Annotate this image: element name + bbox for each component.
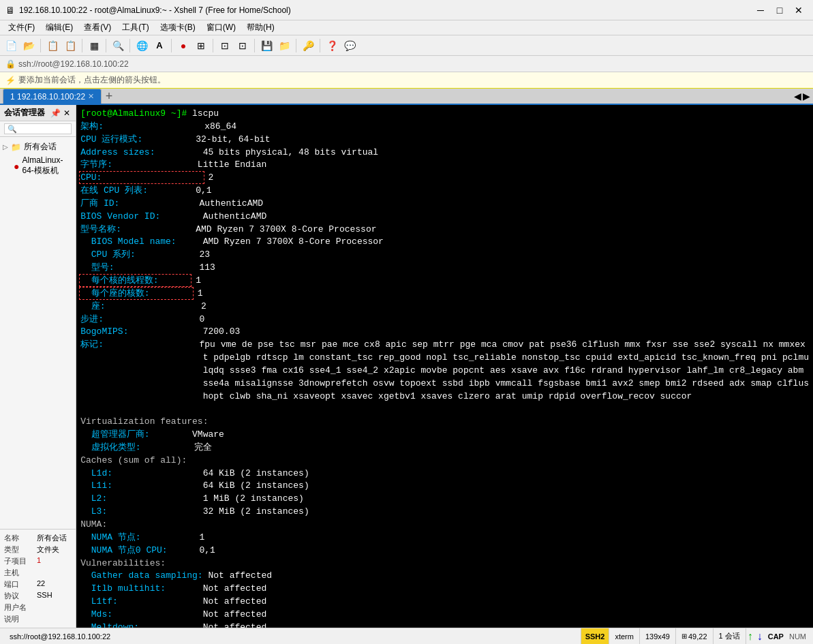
session-search-bar: [0, 121, 76, 137]
font-button[interactable]: A: [151, 37, 168, 54]
term-line-numa-cpu: NUMA 节点0 CPU: 0,1: [80, 545, 809, 557]
term-line-hypervisor: 超管理器厂商: VMware: [80, 429, 809, 442]
prop-label-name: 名称: [4, 533, 37, 543]
prop-row-type: 类型 文件夹: [4, 544, 72, 555]
term-line-bios-model: BIOS Model name: AMD Ryzen 7 3700X 8-Cor…: [80, 236, 809, 249]
red-btn[interactable]: ●: [175, 37, 191, 54]
status-cap: CAP: [765, 632, 786, 641]
status-dimensions: 139x49: [640, 628, 676, 644]
toolbar-btn-8[interactable]: ⊞: [193, 37, 209, 54]
toolbar-btn-9[interactable]: ⊡: [217, 37, 233, 54]
term-line-vuln-header: Vulnerabilities:: [80, 557, 809, 570]
new-session-button[interactable]: 📄: [3, 37, 19, 54]
status-path: ssh://root@192.168.10.100:22: [4, 628, 581, 644]
term-line-l1d: L1d: 64 KiB (2 instances): [80, 467, 809, 480]
panel-close-button[interactable]: ✕: [62, 108, 72, 118]
term-line-sockets: 座: 2: [80, 301, 809, 313]
prop-label-notes: 说明: [4, 614, 37, 624]
toolbar-btn-key[interactable]: 🔑: [300, 37, 316, 54]
tab-next-button[interactable]: ▶: [803, 91, 810, 102]
prop-row-host: 主机: [4, 567, 72, 579]
term-line-l1i: L1i: 64 KiB (2 instances): [80, 480, 809, 493]
folder-btn[interactable]: 📁: [276, 37, 292, 54]
term-line-virt-type: 虚拟化类型: 完全: [80, 442, 809, 455]
panel-pin-button[interactable]: 📌: [49, 108, 62, 118]
status-upload-button[interactable]: ↑: [746, 630, 754, 643]
tree-item-almalinux[interactable]: ● AlmaLinux-64-模板机: [0, 154, 76, 178]
session-panel: 会话管理器 📌 ✕ ▷ 📁 所有会话 ● AlmaLinux-64-模板机 名称…: [0, 105, 76, 628]
term-line-cache-header: Caches (sum of all):: [80, 455, 809, 467]
menu-tools[interactable]: 工具(T): [117, 20, 154, 35]
toolbar-btn-4[interactable]: 📋: [62, 37, 78, 54]
notification-text: 要添加当前会话，点击左侧的箭头按钮。: [18, 74, 166, 86]
term-line-numa-header: NUMA:: [80, 519, 809, 532]
toolbar-btn-10[interactable]: ⊡: [234, 37, 251, 54]
prop-label-port: 端口: [4, 579, 37, 589]
help-button[interactable]: ❓: [324, 37, 340, 54]
address-icon: 🔒: [5, 59, 16, 69]
search-button[interactable]: 🔍: [110, 37, 126, 54]
term-line-bogomips: BogoMIPS: 7200.03: [80, 326, 809, 339]
term-line-flags-4: sse4a misalignsse 3dnowprefetch osvw top…: [80, 378, 809, 390]
term-line-l3: L3: 32 MiB (2 instances): [80, 506, 809, 519]
tab-bar: 1 192.168.10.100:22 ✕ + ◀ ▶: [0, 89, 813, 105]
menu-help[interactable]: 帮助(H): [241, 20, 280, 35]
menu-edit[interactable]: 编辑(E): [40, 20, 78, 35]
maximize-button[interactable]: □: [771, 3, 788, 17]
prop-label-username: 用户名: [4, 602, 37, 613]
tab-prev-button[interactable]: ◀: [794, 91, 801, 102]
term-line-flags-2: t pdpelgb rdtscp lm constant_tsc rep_goo…: [80, 352, 809, 365]
minimize-button[interactable]: ─: [752, 3, 769, 17]
prop-value-name: 所有会话: [37, 533, 67, 543]
properties-panel: 名称 所有会话 类型 文件夹 子项目 1 主机 端口 22 协议 SSH: [0, 529, 76, 628]
menu-bar: 文件(F) 编辑(E) 查看(V) 工具(T) 选项卡(B) 窗口(W) 帮助(…: [0, 20, 813, 35]
prop-label-type: 类型: [4, 545, 37, 555]
toolbar-btn-5[interactable]: ▦: [86, 37, 102, 54]
terminal[interactable]: [root@AlmaLinux9 ~]# lscpu 架构: x86_64 CP…: [76, 105, 813, 628]
term-line-l2: L2: 1 MiB (2 instances): [80, 493, 809, 506]
session-search-input[interactable]: [4, 123, 72, 134]
term-line-virt-header: Virtualization features:: [80, 416, 809, 429]
term-line-bios-vendor: BIOS Vendor ID: AuthenticAMD: [80, 211, 809, 224]
term-line-stepping: 步进: 0: [80, 313, 809, 326]
app-icon: 🖥: [5, 5, 15, 16]
save-button[interactable]: 💾: [258, 37, 275, 54]
tab-1[interactable]: 1 192.168.10.100:22 ✕: [3, 89, 102, 104]
term-line-addr: Address sizes: 45 bits physical, 48 bits…: [80, 147, 809, 159]
menu-file[interactable]: 文件(F): [3, 20, 40, 35]
notification-bar: ⚡ 要添加当前会话，点击左侧的箭头按钮。: [0, 72, 813, 89]
prop-row-children: 子项目 1: [4, 555, 72, 567]
term-line-cpulist: 在线 CPU 列表: 0,1: [80, 185, 809, 198]
term-line-flags-1: 标记: fpu vme de pse tsc msr pae mce cx8 a…: [80, 339, 809, 352]
tab-add-button[interactable]: +: [102, 89, 117, 104]
prop-label-host: 主机: [4, 568, 37, 578]
session-tree: ▷ 📁 所有会话 ● AlmaLinux-64-模板机: [0, 137, 76, 529]
prop-label-protocol: 协议: [4, 591, 37, 601]
menu-window[interactable]: 窗口(W): [201, 20, 241, 35]
term-line-numa-nodes: NUMA 节点: 1: [80, 532, 809, 545]
status-download-button[interactable]: ↓: [754, 630, 765, 643]
tab-1-close[interactable]: ✕: [88, 92, 94, 101]
term-line-model-name: 型号名称: AMD Ryzen 7 3700X 8-Core Processor: [80, 224, 809, 236]
tab-1-label: 1 192.168.10.100:22: [10, 92, 85, 102]
term-line-vendor: 厂商 ID: AuthenticAMD: [80, 198, 809, 211]
term-line-cpu-family: CPU 系列: 23: [80, 249, 809, 262]
tree-item-all-sessions[interactable]: ▷ 📁 所有会话: [0, 140, 76, 154]
status-bar: ssh://root@192.168.10.100:22 SSH2 xterm …: [0, 628, 813, 644]
close-button[interactable]: ✕: [790, 3, 808, 17]
globe-button[interactable]: 🌐: [134, 37, 150, 54]
menu-tabs[interactable]: 选项卡(B): [155, 20, 201, 35]
title-text: 192.168.10.100:22 - root@AlmaLinux9:~ - …: [19, 5, 752, 15]
menu-view[interactable]: 查看(V): [78, 20, 117, 35]
prop-row-notes: 说明: [4, 613, 72, 625]
main-area: 会话管理器 📌 ✕ ▷ 📁 所有会话 ● AlmaLinux-64-模板机 名称…: [0, 105, 813, 628]
address-text: ssh://root@192.168.10.100:22: [18, 59, 129, 69]
toolbar-btn-msg[interactable]: 💬: [341, 37, 358, 54]
session-panel-header: 会话管理器 📌 ✕: [0, 105, 76, 121]
expand-icon-all: ▷: [3, 143, 8, 151]
toolbar-btn-3[interactable]: 📋: [44, 37, 61, 54]
term-line-arch: 架构: x86_64: [80, 121, 809, 134]
term-line-blank: [80, 403, 809, 416]
almalinux-label: AlmaLinux-64-模板机: [22, 155, 73, 177]
open-button[interactable]: 📂: [20, 37, 37, 54]
